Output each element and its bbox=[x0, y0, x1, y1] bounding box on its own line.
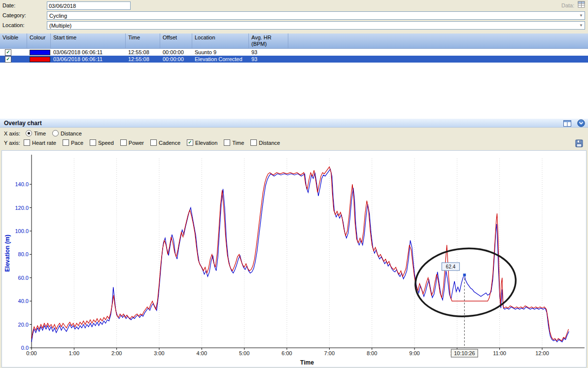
colour-cell bbox=[27, 57, 51, 62]
table-row[interactable]: ✓03/06/2018 06:06:1112:55:0800:00:00Elev… bbox=[0, 56, 588, 63]
option-label: Time bbox=[34, 131, 46, 136]
column-header-avg-hr-bpm[interactable]: Avg. HR (BPM) bbox=[249, 33, 288, 48]
x-tick-label: 0:00 bbox=[26, 350, 36, 356]
visible-cell: ✓ bbox=[0, 56, 27, 63]
y-tick-label: 100.0 bbox=[15, 228, 29, 234]
colour-swatch[interactable] bbox=[30, 57, 50, 62]
option-label: Elevation bbox=[195, 140, 217, 146]
x-axis-label: X axis: bbox=[4, 131, 20, 136]
radio-button[interactable] bbox=[26, 130, 32, 136]
y-tick-label: 0.0 bbox=[21, 345, 29, 351]
offset-cell: 00:00:00 bbox=[160, 56, 192, 62]
y-axis-option-time[interactable]: Time bbox=[224, 139, 244, 146]
x-tick-label: 8:00 bbox=[367, 350, 377, 356]
overlay-chart-title: Overlay chart bbox=[4, 120, 42, 127]
column-header-time[interactable]: Time bbox=[126, 33, 160, 48]
option-label: Distance bbox=[259, 140, 280, 146]
cursor-axis-label: 10:10:26 bbox=[454, 350, 475, 356]
checkbox[interactable] bbox=[24, 139, 30, 146]
category-combo[interactable]: Cycling ▼ bbox=[47, 11, 585, 20]
visible-cell: ✓ bbox=[0, 49, 27, 56]
y-tick-label: 80.0 bbox=[18, 251, 29, 257]
checkbox[interactable] bbox=[63, 139, 69, 146]
series-line-elevation-corrected bbox=[32, 167, 569, 341]
x-tick-label: 4:00 bbox=[197, 350, 207, 356]
chevron-down-icon[interactable]: ▼ bbox=[578, 13, 584, 19]
option-label: Time bbox=[232, 140, 244, 146]
x-tick-label: 3:00 bbox=[154, 350, 164, 356]
table-row[interactable]: ✓03/06/2018 06:06:1112:55:0800:00:00Suun… bbox=[0, 49, 588, 56]
location-cell: Elevation Corrected bbox=[192, 56, 249, 62]
x-tick-label: 9:00 bbox=[409, 350, 419, 356]
date-label: Date: bbox=[2, 2, 15, 8]
overlay-chart-header-bar: Overlay chart bbox=[0, 118, 588, 128]
visible-checkbox[interactable]: ✓ bbox=[5, 49, 11, 56]
date-input[interactable] bbox=[47, 1, 131, 10]
time-cell: 12:55:08 bbox=[126, 56, 160, 62]
option-label: Cadence bbox=[159, 140, 180, 146]
y-axis-option-cadence[interactable]: Cadence bbox=[150, 139, 180, 146]
option-label: Pace bbox=[71, 140, 83, 146]
column-header-visible[interactable]: Visible bbox=[0, 33, 27, 48]
checkbox[interactable] bbox=[250, 139, 257, 146]
value-tooltip-text: 62.4 bbox=[446, 264, 456, 269]
x-axis-option-distance[interactable]: Distance bbox=[52, 130, 82, 136]
column-header-filler bbox=[288, 33, 588, 48]
option-label: Power bbox=[129, 140, 144, 146]
table-header-row: VisibleColourStart timeTimeOffsetLocatio… bbox=[0, 33, 588, 49]
y-axis-option-elevation[interactable]: ✓Elevation bbox=[187, 139, 217, 146]
column-header-offset[interactable]: Offset bbox=[160, 33, 192, 48]
column-header-colour[interactable]: Colour bbox=[27, 33, 51, 48]
x-axis-title: Time bbox=[300, 359, 314, 366]
x-axis-option-time[interactable]: Time bbox=[26, 130, 46, 136]
location-value: (Multiple) bbox=[49, 23, 71, 29]
avg-hr-cell: 93 bbox=[249, 49, 288, 55]
data-grid-icon[interactable] bbox=[578, 1, 586, 9]
x-tick-label: 6:00 bbox=[281, 350, 292, 356]
colour-swatch[interactable] bbox=[30, 50, 50, 55]
x-tick-label: 7:00 bbox=[324, 350, 335, 356]
column-header-location[interactable]: Location bbox=[192, 33, 249, 48]
colour-cell bbox=[27, 50, 51, 55]
y-tick-label: 120.0 bbox=[15, 205, 29, 211]
start-time-cell: 03/06/2018 06:06:11 bbox=[51, 49, 126, 55]
radio-button[interactable] bbox=[52, 130, 59, 136]
location-cell: Suunto 9 bbox=[192, 49, 249, 55]
checkbox[interactable] bbox=[120, 139, 127, 146]
y-axis-label: Y axis: bbox=[4, 140, 20, 146]
visible-checkbox[interactable]: ✓ bbox=[5, 56, 11, 63]
start-time-cell: 03/06/2018 06:06:11 bbox=[51, 56, 126, 62]
y-axis-option-power[interactable]: Power bbox=[120, 139, 144, 146]
y-axis-option-heart-rate[interactable]: Heart rate bbox=[24, 139, 56, 146]
category-value: Cycling bbox=[49, 13, 67, 19]
app-window: Date: Data: Category: Cycling ▼ Location… bbox=[0, 0, 588, 368]
overlay-chart-plot-panel[interactable]: 0:001:002:003:004:005:006:007:008:009:00… bbox=[1, 150, 587, 368]
location-combo[interactable]: (Multiple) ▼ bbox=[47, 21, 585, 30]
elevation-chart[interactable]: 0:001:002:003:004:005:006:007:008:009:00… bbox=[2, 151, 586, 367]
cursor-marker bbox=[463, 273, 466, 276]
split-panel-icon[interactable] bbox=[563, 120, 571, 128]
offset-cell: 00:00:00 bbox=[160, 49, 192, 55]
x-tick-label: 12:00 bbox=[535, 350, 549, 356]
data-label: Data: bbox=[561, 2, 574, 8]
x-tick-label: 2:00 bbox=[111, 350, 122, 356]
option-label: Distance bbox=[61, 131, 82, 136]
y-axis-option-speed[interactable]: Speed bbox=[90, 139, 114, 146]
category-label: Category: bbox=[2, 12, 26, 18]
chevron-down-circle-icon[interactable] bbox=[577, 119, 585, 128]
time-cell: 12:55:08 bbox=[126, 49, 160, 55]
sessions-table: VisibleColourStart timeTimeOffsetLocatio… bbox=[0, 33, 588, 118]
y-axis-option-pace[interactable]: Pace bbox=[63, 139, 83, 146]
x-tick-label: 5:00 bbox=[239, 350, 249, 356]
checkbox[interactable] bbox=[224, 139, 230, 146]
option-label: Speed bbox=[98, 140, 114, 146]
chevron-down-icon[interactable]: ▼ bbox=[578, 23, 584, 29]
y-axis-option-distance[interactable]: Distance bbox=[250, 139, 280, 146]
checkbox[interactable] bbox=[90, 139, 96, 146]
y-tick-label: 40.0 bbox=[18, 298, 29, 304]
avg-hr-cell: 93 bbox=[249, 56, 288, 62]
checkbox[interactable] bbox=[150, 139, 157, 146]
floppy-save-icon[interactable] bbox=[575, 139, 583, 148]
column-header-start-time[interactable]: Start time bbox=[51, 33, 126, 48]
checkbox[interactable]: ✓ bbox=[187, 139, 193, 146]
